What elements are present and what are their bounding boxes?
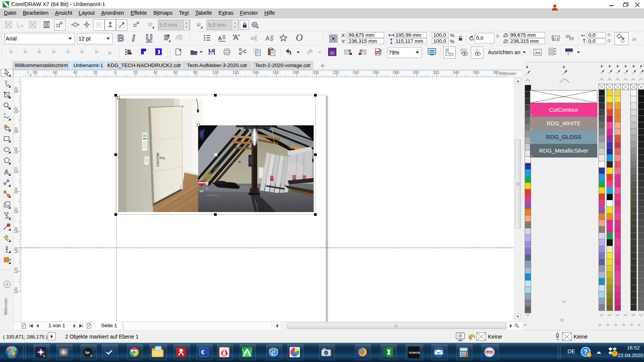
svg-text:SONOS: SONOS xyxy=(409,351,420,354)
svg-text:A: A xyxy=(266,35,270,42)
svg-text:euroKAY: euroKAY xyxy=(486,351,495,353)
svg-text:hp: hp xyxy=(85,350,90,354)
svg-text:A: A xyxy=(4,169,9,176)
svg-text:ab: ab xyxy=(20,24,23,28)
svg-text:i: i xyxy=(588,353,589,357)
svg-text:A: A xyxy=(218,35,222,41)
svg-text:ab: ab xyxy=(250,35,256,41)
svg-text:A: A xyxy=(233,33,238,41)
svg-text:€: € xyxy=(201,349,205,356)
svg-text:PDF: PDF xyxy=(375,51,380,54)
